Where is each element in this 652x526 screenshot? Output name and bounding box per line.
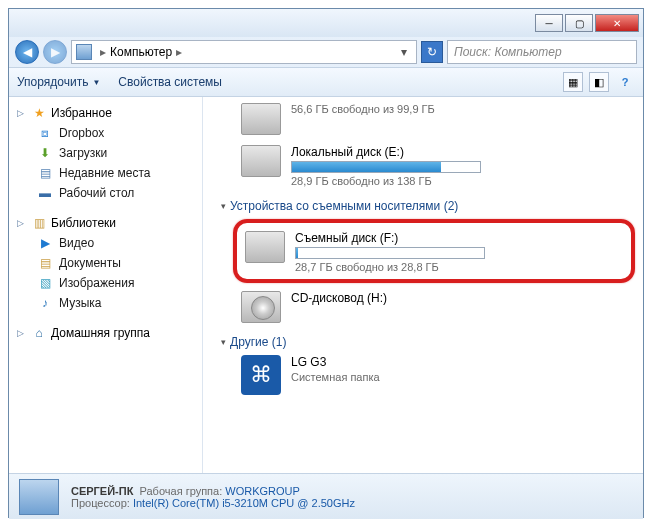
section-removable[interactable]: ▾ Устройства со съемными носителями (2) — [211, 195, 635, 217]
toolbar: Упорядочить ▼ Свойства системы ▦ ◧ ? — [9, 67, 643, 97]
download-icon: ⬇ — [37, 145, 53, 161]
highlighted-drive: Съемный диск (F:) 28,7 ГБ свободно из 28… — [233, 219, 635, 283]
device-name: LG G3 — [291, 355, 635, 369]
explorer-window: ─ ▢ ✕ ◀ ▶ ▸ Компьютер ▸ ▾ ↻ Поиск: Компь… — [8, 8, 644, 518]
breadcrumb-location[interactable]: Компьютер — [110, 45, 172, 59]
computer-icon — [76, 44, 92, 60]
preview-pane-icon[interactable]: ◧ — [589, 72, 609, 92]
cpu-value: Intel(R) Core(TM) i5-3210M CPU @ 2.50GHz — [133, 497, 355, 509]
removable-drive-icon — [245, 231, 285, 263]
titlebar: ─ ▢ ✕ — [9, 9, 643, 37]
chevron-down-icon: ▼ — [92, 78, 100, 87]
chevron-down-icon[interactable]: ▾ — [396, 45, 412, 59]
breadcrumb[interactable]: ▸ Компьютер ▸ ▾ — [71, 40, 417, 64]
hdd-icon — [241, 103, 281, 135]
minimize-button[interactable]: ─ — [535, 14, 563, 32]
bluetooth-icon: ⌘ — [241, 355, 281, 395]
sidebar-item-video[interactable]: ▶Видео — [9, 233, 202, 253]
sidebar-item-dropbox[interactable]: ⧈Dropbox — [9, 123, 202, 143]
sidebar-libraries[interactable]: ▷ ▥ Библиотеки — [9, 213, 202, 233]
sidebar-item-images[interactable]: ▧Изображения — [9, 273, 202, 293]
music-icon: ♪ — [37, 295, 53, 311]
close-button[interactable]: ✕ — [595, 14, 639, 32]
sidebar: ▷ ★ Избранное ⧈Dropbox ⬇Загрузки ▤Недавн… — [9, 97, 203, 473]
chevron-right-icon: ▸ — [100, 45, 106, 59]
system-properties-button[interactable]: Свойства системы — [118, 75, 222, 89]
statusbar: СЕРГЕЙ-ПК Рабочая группа: WORKGROUP Проц… — [9, 473, 643, 519]
device-bluetooth[interactable]: ⌘ LG G3 Системная папка — [211, 353, 635, 403]
drive-e[interactable]: Локальный диск (E:) 28,9 ГБ свободно из … — [211, 143, 635, 195]
navbar: ◀ ▶ ▸ Компьютер ▸ ▾ ↻ Поиск: Компьютер — [9, 37, 643, 67]
workgroup-value: WORKGROUP — [225, 485, 300, 497]
computer-icon — [19, 479, 59, 515]
usage-bar — [291, 161, 481, 173]
sidebar-item-music[interactable]: ♪Музыка — [9, 293, 202, 313]
sidebar-item-desktop[interactable]: ▬Рабочий стол — [9, 183, 202, 203]
chevron-down-icon: ▾ — [221, 201, 226, 211]
drive-f[interactable]: Съемный диск (F:) 28,7 ГБ свободно из 28… — [245, 229, 623, 273]
drive-c[interactable]: 56,6 ГБ свободно из 99,9 ГБ — [211, 101, 635, 143]
pc-name: СЕРГЕЙ-ПК — [71, 485, 133, 497]
recent-icon: ▤ — [37, 165, 53, 181]
chevron-right-icon[interactable]: ▸ — [176, 45, 182, 59]
forward-button[interactable]: ▶ — [43, 40, 67, 64]
sidebar-item-documents[interactable]: ▤Документы — [9, 253, 202, 273]
dropbox-icon: ⧈ — [37, 125, 53, 141]
image-icon: ▧ — [37, 275, 53, 291]
device-subtitle: Системная папка — [291, 371, 635, 383]
cd-drive-icon — [241, 291, 281, 323]
usage-bar — [295, 247, 485, 259]
refresh-button[interactable]: ↻ — [421, 41, 443, 63]
chevron-down-icon: ▷ — [17, 328, 27, 338]
drive-name: Съемный диск (F:) — [295, 231, 623, 245]
back-button[interactable]: ◀ — [15, 40, 39, 64]
search-placeholder: Поиск: Компьютер — [454, 45, 562, 59]
organize-menu[interactable]: Упорядочить ▼ — [17, 75, 100, 89]
library-icon: ▥ — [31, 215, 47, 231]
chevron-down-icon: ▾ — [221, 337, 226, 347]
search-input[interactable]: Поиск: Компьютер — [447, 40, 637, 64]
homegroup-icon: ⌂ — [31, 325, 47, 341]
desktop-icon: ▬ — [37, 185, 53, 201]
sidebar-item-recent[interactable]: ▤Недавние места — [9, 163, 202, 183]
sidebar-favorites[interactable]: ▷ ★ Избранное — [9, 103, 202, 123]
help-icon[interactable]: ? — [615, 72, 635, 92]
maximize-button[interactable]: ▢ — [565, 14, 593, 32]
document-icon: ▤ — [37, 255, 53, 271]
chevron-down-icon: ▷ — [17, 108, 27, 118]
drive-name: Локальный диск (E:) — [291, 145, 635, 159]
sidebar-item-downloads[interactable]: ⬇Загрузки — [9, 143, 202, 163]
drive-free-text: 28,9 ГБ свободно из 138 ГБ — [291, 175, 635, 187]
sidebar-homegroup[interactable]: ▷ ⌂ Домашняя группа — [9, 323, 202, 343]
star-icon: ★ — [31, 105, 47, 121]
section-other[interactable]: ▾ Другие (1) — [211, 331, 635, 353]
chevron-down-icon: ▷ — [17, 218, 27, 228]
view-tiles-icon[interactable]: ▦ — [563, 72, 583, 92]
drive-free-text: 56,6 ГБ свободно из 99,9 ГБ — [291, 103, 635, 115]
video-icon: ▶ — [37, 235, 53, 251]
drive-name: CD-дисковод (H:) — [291, 291, 635, 305]
hdd-icon — [241, 145, 281, 177]
drive-free-text: 28,7 ГБ свободно из 28,8 ГБ — [295, 261, 623, 273]
drive-cd[interactable]: CD-дисковод (H:) — [211, 289, 635, 331]
content-pane: 56,6 ГБ свободно из 99,9 ГБ Локальный ди… — [203, 97, 643, 473]
